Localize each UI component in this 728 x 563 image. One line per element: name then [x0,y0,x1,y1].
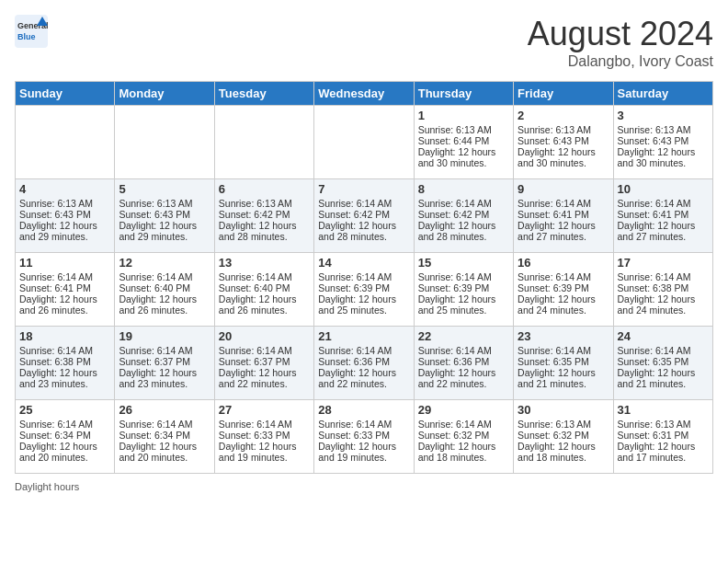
day-info: Daylight: 12 hours and 30 minutes. [518,146,609,168]
day-info: Sunrise: 6:14 AM [518,345,609,356]
day-info: Daylight: 12 hours and 28 minutes. [318,220,409,242]
day-info: Sunrise: 6:14 AM [618,198,709,209]
day-number: 1 [418,109,509,122]
day-number: 10 [618,182,709,196]
day-info: Sunrise: 6:13 AM [418,124,509,135]
day-info: Daylight: 12 hours and 29 minutes. [19,220,110,242]
day-number: 14 [318,256,409,270]
day-info: Sunrise: 6:14 AM [219,271,310,282]
day-number: 17 [618,256,709,270]
calendar-cell: 1Sunrise: 6:13 AMSunset: 6:44 PMDaylight… [414,106,513,179]
day-number: 4 [19,182,110,196]
calendar-cell [115,106,214,179]
day-info: Sunrise: 6:13 AM [618,419,709,430]
day-number: 13 [219,256,310,270]
day-info: Daylight: 12 hours and 24 minutes. [618,293,709,316]
day-info: Sunrise: 6:13 AM [518,419,609,430]
day-info: Sunrise: 6:14 AM [418,271,509,282]
day-info: Sunrise: 6:13 AM [618,124,709,135]
day-info: Daylight: 12 hours and 26 minutes. [219,293,310,316]
day-number: 29 [418,403,509,417]
day-info: Daylight: 12 hours and 19 minutes. [219,441,310,463]
day-info: Daylight: 12 hours and 30 minutes. [418,146,509,168]
calendar-cell: 20Sunrise: 6:14 AMSunset: 6:37 PMDayligh… [214,327,313,400]
day-info: Daylight: 12 hours and 22 minutes. [418,367,509,389]
calendar-cell: 8Sunrise: 6:14 AMSunset: 6:42 PMDaylight… [414,179,513,253]
day-number: 9 [518,182,609,196]
calendar-table: SundayMondayTuesdayWednesdayThursdayFrid… [15,81,713,474]
calendar-week-row: 25Sunrise: 6:14 AMSunset: 6:34 PMDayligh… [16,400,713,474]
day-info: Sunset: 6:43 PM [618,135,709,146]
day-info: Sunset: 6:38 PM [618,282,709,293]
day-number: 5 [119,182,210,196]
calendar-cell: 3Sunrise: 6:13 AMSunset: 6:43 PMDaylight… [613,106,712,179]
footer: Daylight hours [15,481,713,492]
day-info: Sunset: 6:38 PM [19,356,110,367]
calendar-day-header: Wednesday [314,82,414,106]
day-number: 8 [418,182,509,196]
day-info: Sunrise: 6:13 AM [119,198,210,209]
calendar-header-row: SundayMondayTuesdayWednesdayThursdayFrid… [16,82,713,106]
day-info: Sunrise: 6:14 AM [618,271,709,282]
day-info: Sunrise: 6:14 AM [219,419,310,430]
day-info: Sunset: 6:37 PM [219,356,310,367]
day-info: Sunrise: 6:13 AM [19,198,110,209]
calendar-cell [214,106,313,179]
day-info: Daylight: 12 hours and 26 minutes. [119,293,210,316]
calendar-cell: 21Sunrise: 6:14 AMSunset: 6:36 PMDayligh… [314,327,414,400]
svg-text:Blue: Blue [17,32,36,41]
day-info: Sunset: 6:43 PM [19,209,110,220]
calendar-cell: 10Sunrise: 6:14 AMSunset: 6:41 PMDayligh… [613,179,712,253]
day-info: Sunrise: 6:14 AM [318,271,409,282]
calendar-cell: 17Sunrise: 6:14 AMSunset: 6:38 PMDayligh… [613,253,712,327]
day-info: Sunrise: 6:14 AM [418,419,509,430]
day-number: 3 [618,109,709,122]
calendar-week-row: 11Sunrise: 6:14 AMSunset: 6:41 PMDayligh… [16,253,713,327]
day-info: Sunset: 6:35 PM [518,356,609,367]
day-info: Sunset: 6:41 PM [19,282,110,293]
day-info: Daylight: 12 hours and 28 minutes. [219,220,310,242]
day-number: 12 [119,256,210,270]
day-number: 6 [219,182,310,196]
calendar-week-row: 1Sunrise: 6:13 AMSunset: 6:44 PMDaylight… [16,106,713,179]
day-info: Daylight: 12 hours and 22 minutes. [219,367,310,389]
calendar-cell: 9Sunrise: 6:14 AMSunset: 6:41 PMDaylight… [514,179,613,253]
day-info: Daylight: 12 hours and 24 minutes. [518,293,609,316]
logo: General Blue [15,15,48,48]
day-info: Daylight: 12 hours and 21 minutes. [618,367,709,389]
calendar-cell: 27Sunrise: 6:14 AMSunset: 6:33 PMDayligh… [214,400,313,474]
calendar-day-header: Sunday [16,82,115,106]
page-header: General Blue August 2024 Dalangbo, Ivory… [15,15,713,70]
calendar-cell: 19Sunrise: 6:14 AMSunset: 6:37 PMDayligh… [115,327,214,400]
location-title: Dalangbo, Ivory Coast [528,53,713,70]
calendar-day-header: Thursday [414,82,513,106]
day-info: Sunrise: 6:14 AM [518,271,609,282]
calendar-cell: 2Sunrise: 6:13 AMSunset: 6:43 PMDaylight… [514,106,613,179]
day-info: Sunrise: 6:14 AM [618,345,709,356]
day-info: Sunset: 6:42 PM [219,209,310,220]
calendar-cell: 30Sunrise: 6:13 AMSunset: 6:32 PMDayligh… [514,400,613,474]
calendar-week-row: 18Sunrise: 6:14 AMSunset: 6:38 PMDayligh… [16,327,713,400]
day-info: Sunrise: 6:14 AM [19,419,110,430]
day-info: Sunset: 6:36 PM [418,356,509,367]
day-info: Sunset: 6:37 PM [119,356,210,367]
calendar-cell: 25Sunrise: 6:14 AMSunset: 6:34 PMDayligh… [16,400,115,474]
calendar-day-header: Saturday [613,82,712,106]
calendar-cell: 14Sunrise: 6:14 AMSunset: 6:39 PMDayligh… [314,253,414,327]
day-info: Sunrise: 6:13 AM [518,124,609,135]
calendar-cell: 22Sunrise: 6:14 AMSunset: 6:36 PMDayligh… [414,327,513,400]
day-info: Sunset: 6:43 PM [119,209,210,220]
calendar-cell: 5Sunrise: 6:13 AMSunset: 6:43 PMDaylight… [115,179,214,253]
day-info: Sunset: 6:33 PM [219,430,310,441]
day-info: Daylight: 12 hours and 17 minutes. [618,441,709,463]
calendar-cell: 4Sunrise: 6:13 AMSunset: 6:43 PMDaylight… [16,179,115,253]
day-info: Daylight: 12 hours and 27 minutes. [618,220,709,242]
day-number: 15 [418,256,509,270]
calendar-cell: 6Sunrise: 6:13 AMSunset: 6:42 PMDaylight… [214,179,313,253]
calendar-cell: 24Sunrise: 6:14 AMSunset: 6:35 PMDayligh… [613,327,712,400]
day-info: Sunset: 6:39 PM [418,282,509,293]
day-info: Daylight: 12 hours and 25 minutes. [418,293,509,316]
day-info: Sunrise: 6:14 AM [19,345,110,356]
day-info: Sunset: 6:36 PM [318,356,409,367]
day-info: Sunset: 6:34 PM [19,430,110,441]
